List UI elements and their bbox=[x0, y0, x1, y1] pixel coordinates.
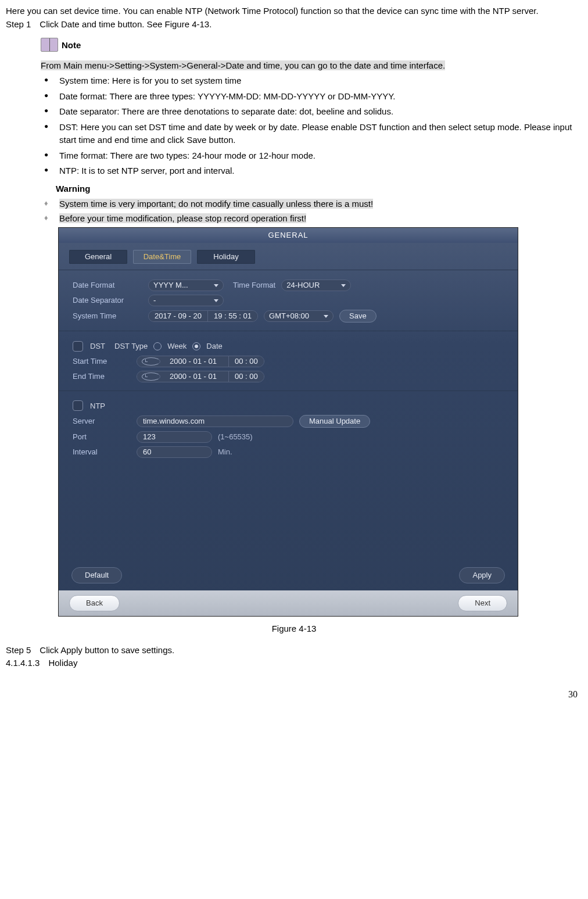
interval-input[interactable]: 60 bbox=[137, 446, 212, 458]
tab-general[interactable]: General bbox=[69, 250, 127, 264]
time-format-dropdown[interactable]: 24-HOUR bbox=[281, 280, 351, 291]
bullet-item: System time: Here is for you to set syst… bbox=[41, 74, 582, 88]
label-dst-type: DST Type bbox=[114, 341, 148, 352]
label-system-time: System Time bbox=[73, 310, 142, 322]
chevron-down-icon bbox=[341, 284, 346, 287]
end-time-input[interactable]: 2000 - 01 - 01 00 : 00 bbox=[137, 371, 264, 382]
note-body: From Main menu->Setting->System->General… bbox=[41, 60, 445, 70]
port-range-hint: (1~65535) bbox=[218, 431, 253, 443]
label-time-format: Time Format bbox=[233, 280, 275, 291]
step1-line: Step 1 Click Date and time button. See F… bbox=[6, 18, 582, 31]
save-button[interactable]: Save bbox=[339, 310, 377, 323]
default-button[interactable]: Default bbox=[71, 567, 122, 583]
figure-caption: Figure 4-13 bbox=[6, 622, 582, 636]
bullet-item: Time format: There are two types: 24-hou… bbox=[41, 149, 582, 163]
tab-datetime[interactable]: Date&Time bbox=[133, 250, 191, 264]
next-button[interactable]: Next bbox=[458, 595, 507, 611]
dst-date-radio[interactable] bbox=[192, 342, 200, 350]
manual-update-button[interactable]: Manual Update bbox=[299, 415, 370, 428]
warning-item: System time is very important; do not mo… bbox=[41, 198, 582, 211]
chevron-down-icon bbox=[324, 315, 328, 318]
date-separator-dropdown[interactable]: - bbox=[148, 295, 224, 306]
note-label: Note bbox=[62, 39, 81, 52]
dst-checkbox[interactable] bbox=[73, 341, 83, 352]
clock-icon bbox=[142, 357, 160, 366]
warning-label: Warning bbox=[56, 182, 90, 196]
port-input[interactable]: 123 bbox=[137, 431, 212, 443]
label-start-time: Start Time bbox=[73, 356, 131, 367]
label-port: Port bbox=[73, 431, 131, 443]
page-number: 30 bbox=[6, 687, 582, 701]
label-server: Server bbox=[73, 416, 131, 427]
ntp-checkbox[interactable] bbox=[73, 400, 83, 411]
tab-holiday[interactable]: Holiday bbox=[197, 250, 255, 264]
bullet-item: DST: Here you can set DST time and date … bbox=[41, 121, 582, 147]
chevron-down-icon bbox=[214, 284, 218, 287]
warning-item: Before your time modification, please st… bbox=[41, 212, 582, 225]
label-date-separator: Date Separator bbox=[73, 295, 142, 306]
system-time-input[interactable]: 2017 - 09 - 20 19 : 55 : 01 bbox=[148, 310, 258, 322]
dst-week-radio[interactable] bbox=[153, 342, 162, 350]
label-interval: Interval bbox=[73, 446, 131, 458]
intro-paragraph: Here you can set device time. You can en… bbox=[6, 5, 582, 18]
label-dst: DST bbox=[90, 341, 105, 352]
server-input[interactable]: time.windows.com bbox=[137, 416, 293, 427]
chevron-down-icon bbox=[214, 299, 218, 302]
book-icon bbox=[41, 38, 58, 52]
window-title: GENERAL bbox=[59, 228, 518, 243]
label-ntp: NTP bbox=[90, 400, 105, 412]
bullet-item: Date separator: There are three denotati… bbox=[41, 105, 582, 119]
bullet-item: Date format: There are three types: YYYY… bbox=[41, 90, 582, 103]
start-time-input[interactable]: 2000 - 01 - 01 00 : 00 bbox=[137, 356, 264, 367]
section-heading: 4.1.4.1.3 Holiday bbox=[6, 657, 582, 670]
apply-button[interactable]: Apply bbox=[459, 567, 505, 583]
step5-line: Step 5 Click Apply button to save settin… bbox=[6, 644, 582, 657]
date-format-dropdown[interactable]: YYYY M... bbox=[148, 280, 224, 291]
bullet-item: NTP: It is to set NTP server, port and i… bbox=[41, 164, 582, 178]
clock-icon bbox=[142, 373, 160, 381]
label-end-time: End Time bbox=[73, 371, 131, 382]
general-window: GENERAL General Date&Time Holiday Date F… bbox=[58, 227, 518, 617]
gmt-dropdown[interactable]: GMT+08:00 bbox=[264, 310, 334, 322]
interval-unit: Min. bbox=[218, 446, 232, 458]
back-button[interactable]: Back bbox=[69, 595, 120, 611]
label-date: Date bbox=[206, 341, 222, 352]
label-date-format: Date Format bbox=[73, 280, 142, 291]
label-week: Week bbox=[167, 341, 187, 352]
